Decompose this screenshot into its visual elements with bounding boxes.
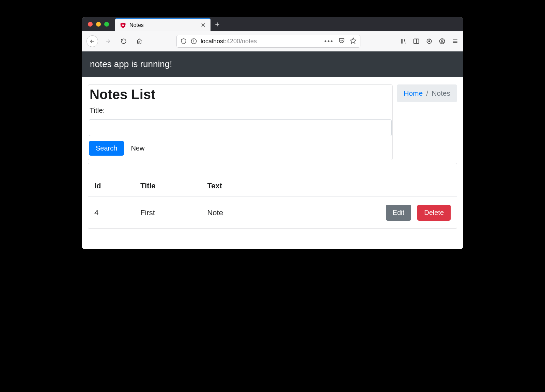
nav-back-button[interactable] — [87, 35, 98, 47]
menu-icon[interactable] — [452, 38, 458, 45]
col-text: Text — [201, 163, 269, 197]
window-close-button[interactable] — [88, 22, 93, 27]
window-controls — [82, 17, 115, 31]
app-header: notes app is running! — [82, 51, 463, 77]
account-icon[interactable] — [439, 38, 446, 45]
url-actions: ••• — [324, 37, 357, 45]
col-id: Id — [88, 163, 134, 197]
notes-table-card: Id Title Text 4 First Note Edit Delete — [88, 163, 457, 229]
svg-point-12 — [429, 41, 430, 42]
browser-tab[interactable]: Notes ✕ — [115, 18, 211, 31]
angular-icon — [120, 22, 126, 28]
cell-id: 4 — [88, 197, 134, 229]
window-maximize-button[interactable] — [104, 22, 109, 27]
svg-point-15 — [441, 40, 443, 42]
tab-strip: Notes ✕ ＋ — [82, 17, 463, 31]
page-title: Notes List — [89, 85, 392, 105]
info-icon[interactable] — [190, 38, 197, 45]
breadcrumb-current: Notes — [432, 89, 450, 97]
new-link[interactable]: New — [129, 141, 151, 156]
app-header-text: notes app is running! — [90, 59, 172, 69]
shield-icon[interactable] — [180, 38, 187, 45]
title-input[interactable] — [89, 119, 392, 136]
home-button[interactable] — [134, 35, 145, 47]
col-actions — [269, 163, 457, 197]
edit-button[interactable]: Edit — [386, 205, 411, 221]
window-minimize-button[interactable] — [96, 22, 101, 27]
new-tab-button[interactable]: ＋ — [211, 17, 224, 31]
pocket-icon[interactable] — [338, 37, 345, 45]
page-actions-icon[interactable]: ••• — [324, 37, 333, 45]
delete-button[interactable]: Delete — [417, 205, 451, 221]
cell-title: First — [134, 197, 201, 229]
search-button[interactable]: Search — [89, 141, 124, 156]
bookmark-star-icon[interactable] — [350, 37, 357, 45]
library-icon[interactable] — [400, 38, 407, 45]
svg-line-8 — [404, 39, 405, 43]
reload-button[interactable] — [118, 35, 129, 47]
page-content: Notes List Title: Search New Home / Note… — [82, 77, 463, 249]
svg-point-4 — [193, 40, 194, 40]
breadcrumb-home[interactable]: Home — [404, 89, 423, 97]
url-bar[interactable]: localhost:4200/notes ••• — [176, 35, 360, 48]
toolbar-right — [400, 38, 458, 45]
sidebar-icon[interactable] — [413, 38, 420, 45]
tab-close-icon[interactable]: ✕ — [201, 21, 206, 29]
nav-forward-button[interactable] — [102, 35, 114, 47]
cell-actions: Edit Delete — [269, 197, 457, 229]
url-text: localhost:4200/notes — [201, 38, 321, 45]
extreme-icon[interactable] — [426, 38, 433, 45]
table-row: 4 First Note Edit Delete — [88, 197, 457, 229]
title-label: Title: — [89, 105, 392, 117]
breadcrumb: Home / Notes — [397, 84, 457, 102]
cell-text: Note — [201, 197, 269, 229]
browser-toolbar: localhost:4200/notes ••• — [82, 31, 463, 51]
col-title: Title — [134, 163, 201, 197]
breadcrumb-separator: / — [426, 89, 428, 97]
url-host: localhost: — [201, 38, 227, 45]
tab-title: Notes — [129, 22, 197, 28]
url-path: 4200/notes — [227, 38, 257, 45]
browser-window: Notes ✕ ＋ localhost:4200/notes — [82, 17, 463, 249]
search-form-card: Notes List Title: Search New — [88, 84, 393, 160]
notes-table: Id Title Text 4 First Note Edit Delete — [88, 163, 457, 229]
svg-marker-5 — [351, 38, 356, 44]
